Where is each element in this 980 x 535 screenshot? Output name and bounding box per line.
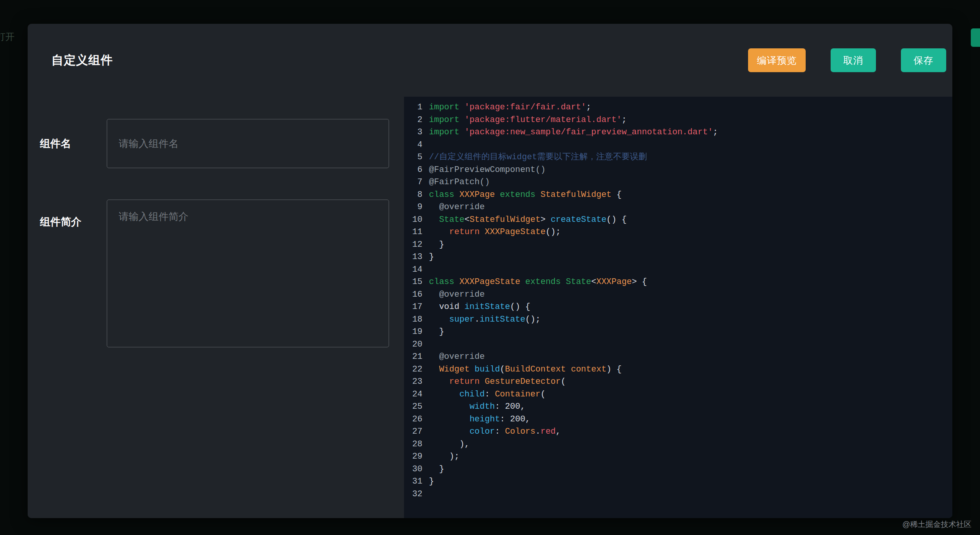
line-number: 3 bbox=[404, 126, 422, 139]
code-line: 32 bbox=[404, 488, 952, 501]
code-line-content: @override bbox=[422, 201, 485, 214]
code-line: 30 } bbox=[404, 463, 952, 476]
line-number: 18 bbox=[404, 314, 422, 326]
background-partial-button[interactable] bbox=[971, 28, 980, 47]
line-number: 32 bbox=[404, 488, 422, 501]
code-line: 9 @override bbox=[404, 201, 952, 214]
component-name-row: 组件名 bbox=[40, 119, 404, 168]
code-line-content: class XXXPageState extends State<XXXPage… bbox=[422, 276, 647, 289]
code-line-content: return XXXPageState(); bbox=[422, 226, 561, 239]
code-line-content: } bbox=[422, 476, 434, 488]
component-form: 组件名 组件简介 bbox=[28, 97, 404, 518]
background-partial-text: 最近打开 bbox=[0, 31, 21, 43]
code-line-content: //自定义组件的目标widget需要以下注解，注意不要误删 bbox=[422, 151, 647, 164]
line-number: 5 bbox=[404, 151, 422, 164]
code-line-content: child: Container( bbox=[422, 388, 546, 401]
line-number: 16 bbox=[404, 289, 422, 301]
code-line: 25 width: 200, bbox=[404, 401, 952, 413]
code-line: 6@FairPreviewComponent() bbox=[404, 164, 952, 177]
page-background: 最近打开 自定义组件 编译预览 取消 保存 组件名 组件简介 bbox=[0, 0, 980, 535]
code-line-content: class XXXPage extends StatefulWidget { bbox=[422, 189, 622, 201]
code-line-content bbox=[422, 264, 429, 276]
code-line-content: color: Colors.red, bbox=[422, 426, 561, 438]
code-line-content: } bbox=[422, 239, 444, 251]
code-line: 22 Widget build(BuildContext context) { bbox=[404, 363, 952, 376]
line-number: 15 bbox=[404, 276, 422, 289]
code-line: 7@FairPatch() bbox=[404, 176, 952, 189]
line-number: 10 bbox=[404, 214, 422, 226]
code-line: 26 height: 200, bbox=[404, 413, 952, 426]
code-line-content bbox=[422, 139, 429, 152]
code-line: 24 child: Container( bbox=[404, 388, 952, 401]
code-line-content: @override bbox=[422, 351, 485, 363]
code-line: 11 return XXXPageState(); bbox=[404, 226, 952, 239]
line-number: 31 bbox=[404, 476, 422, 488]
code-line: 19 } bbox=[404, 326, 952, 339]
header-buttons: 编译预览 取消 保存 bbox=[723, 48, 946, 72]
code-line: 20 bbox=[404, 339, 952, 351]
line-number: 13 bbox=[404, 251, 422, 264]
line-number: 22 bbox=[404, 363, 422, 376]
compile-preview-button[interactable]: 编译预览 bbox=[748, 48, 806, 72]
code-line: 3import 'package:new_sample/fair_preview… bbox=[404, 126, 952, 139]
code-line-content: } bbox=[422, 463, 444, 476]
line-number: 28 bbox=[404, 438, 422, 451]
code-line: 10 State<StatefulWidget> createState() { bbox=[404, 214, 952, 226]
line-number: 20 bbox=[404, 339, 422, 351]
code-line-content: void initState() { bbox=[422, 301, 530, 314]
code-line-content: } bbox=[422, 251, 434, 264]
component-desc-textarea[interactable] bbox=[107, 200, 389, 347]
line-number: 1 bbox=[404, 101, 422, 114]
code-line-content: height: 200, bbox=[422, 413, 530, 426]
watermark: @稀土掘金技术社区 bbox=[902, 519, 972, 530]
component-name-input[interactable] bbox=[107, 119, 389, 168]
code-line-content: } bbox=[422, 326, 444, 339]
code-line: 13} bbox=[404, 251, 952, 264]
component-desc-row: 组件简介 bbox=[40, 200, 404, 347]
line-number: 25 bbox=[404, 401, 422, 413]
line-number: 11 bbox=[404, 226, 422, 239]
line-number: 9 bbox=[404, 201, 422, 214]
line-number: 17 bbox=[404, 301, 422, 314]
code-line: 17 void initState() { bbox=[404, 301, 952, 314]
code-line: 8class XXXPage extends StatefulWidget { bbox=[404, 189, 952, 201]
code-line: 1import 'package:fair/fair.dart'; bbox=[404, 101, 952, 114]
cancel-button[interactable]: 取消 bbox=[831, 48, 876, 72]
code-line-content: ), bbox=[422, 438, 470, 451]
code-line: 5//自定义组件的目标widget需要以下注解，注意不要误删 bbox=[404, 151, 952, 164]
line-number: 21 bbox=[404, 351, 422, 363]
line-number: 2 bbox=[404, 114, 422, 127]
save-button[interactable]: 保存 bbox=[901, 48, 946, 72]
line-number: 19 bbox=[404, 326, 422, 339]
line-number: 12 bbox=[404, 239, 422, 251]
component-name-label: 组件名 bbox=[40, 137, 107, 150]
code-line: 28 ), bbox=[404, 438, 952, 451]
code-line: 27 color: Colors.red, bbox=[404, 426, 952, 438]
code-line: 4 bbox=[404, 139, 952, 152]
line-number: 7 bbox=[404, 176, 422, 189]
code-line-content: @FairPatch() bbox=[422, 176, 490, 189]
code-line-content bbox=[422, 488, 429, 501]
code-line: 21 @override bbox=[404, 351, 952, 363]
code-editor[interactable]: 1import 'package:fair/fair.dart';2import… bbox=[404, 97, 952, 518]
line-number: 29 bbox=[404, 451, 422, 463]
line-number: 8 bbox=[404, 189, 422, 201]
line-number: 26 bbox=[404, 413, 422, 426]
code-line-content: import 'package:new_sample/fair_preview_… bbox=[422, 126, 718, 139]
code-line: 31} bbox=[404, 476, 952, 488]
code-line-content: super.initState(); bbox=[422, 314, 540, 326]
code-line: 29 ); bbox=[404, 451, 952, 463]
line-number: 30 bbox=[404, 463, 422, 476]
line-number: 23 bbox=[404, 376, 422, 388]
code-line: 15class XXXPageState extends State<XXXPa… bbox=[404, 276, 952, 289]
modal-header: 自定义组件 编译预览 取消 保存 bbox=[28, 24, 952, 97]
code-line: 18 super.initState(); bbox=[404, 314, 952, 326]
code-line-content: ); bbox=[422, 451, 459, 463]
code-line-content: Widget build(BuildContext context) { bbox=[422, 363, 622, 376]
code-line-content: @FairPreviewComponent() bbox=[422, 164, 546, 177]
component-desc-label: 组件简介 bbox=[40, 200, 107, 229]
code-line-content: import 'package:flutter/material.dart'; bbox=[422, 114, 627, 127]
line-number: 27 bbox=[404, 426, 422, 438]
modal-body: 组件名 组件简介 1import 'package:fair/fair.dart… bbox=[28, 97, 952, 518]
code-line-content: State<StatefulWidget> createState() { bbox=[422, 214, 627, 226]
